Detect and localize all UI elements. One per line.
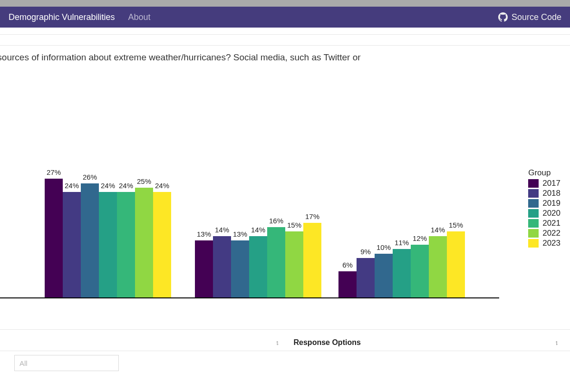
bar-value-label: 26% — [83, 173, 97, 181]
filter-input-col1[interactable] — [14, 355, 119, 371]
x-axis-line — [0, 297, 499, 298]
bar[interactable] — [135, 188, 153, 297]
x-tick-label: 5 — [399, 301, 404, 302]
bar-value-label: 16% — [269, 217, 283, 225]
chart-plot-area[interactable]: Response [1 = Not much; 2 = Little; 3 = … — [0, 122, 499, 297]
legend-item[interactable]: 2022 — [528, 229, 560, 238]
legend-swatch — [528, 209, 539, 218]
chart-title: wing sources of information about extrem… — [0, 46, 570, 63]
bar-value-label: 12% — [413, 234, 427, 242]
bar[interactable] — [195, 240, 213, 297]
legend-swatch — [528, 199, 539, 208]
legend-label: 2019 — [542, 199, 560, 208]
bar[interactable] — [411, 245, 429, 297]
bar[interactable] — [393, 249, 411, 297]
table-filter-row — [0, 351, 570, 371]
legend-label: 2021 — [542, 219, 560, 228]
bar-value-label: 15% — [287, 221, 301, 229]
divider — [0, 34, 570, 35]
bar[interactable] — [303, 223, 321, 297]
legend-title: Group — [528, 168, 560, 178]
bar[interactable] — [213, 236, 231, 298]
legend-item[interactable]: 2018 — [528, 189, 560, 198]
legend-item[interactable]: 2023 — [528, 239, 560, 248]
bar-value-label: 15% — [449, 221, 463, 229]
legend-swatch — [528, 179, 539, 188]
bar[interactable] — [63, 192, 81, 297]
bar[interactable] — [231, 240, 249, 297]
bar-value-label: 6% — [342, 261, 353, 269]
bar[interactable] — [429, 236, 447, 298]
table-header-col2: Response Options ↑↓ — [285, 338, 565, 347]
legend-label: 2017 — [542, 179, 560, 188]
table-header-col1: ↑↓ — [6, 338, 285, 347]
legend-swatch — [528, 229, 539, 238]
x-tick-label: 3 — [106, 301, 110, 302]
legend-item[interactable]: 2020 — [528, 209, 560, 218]
bar-value-label: 14% — [251, 226, 265, 234]
legend-item[interactable]: 2017 — [528, 179, 560, 188]
bar-value-label: 17% — [305, 212, 319, 220]
sort-icon[interactable]: ↑↓ — [555, 339, 556, 346]
legend-label: 2023 — [542, 239, 560, 248]
bar[interactable] — [153, 192, 171, 297]
bar-value-label: 25% — [137, 177, 151, 185]
bar[interactable] — [285, 231, 303, 297]
bar[interactable] — [338, 271, 357, 298]
bar-value-label: 27% — [47, 168, 61, 176]
bar-value-label: 11% — [395, 239, 409, 247]
bar[interactable] — [447, 231, 465, 297]
legend-label: 2022 — [542, 229, 560, 238]
github-icon — [498, 12, 508, 22]
nav-brand-link[interactable]: Demographic Vulnerabilities — [9, 12, 115, 22]
sort-icon[interactable]: ↑↓ — [276, 339, 277, 346]
bar-value-label: 10% — [377, 243, 391, 251]
bar[interactable] — [99, 192, 117, 297]
table-header-row: ↑↓ Response Options ↑↓ — [0, 335, 570, 351]
window-top-strip — [0, 0, 570, 7]
bar-value-label: 13% — [233, 230, 247, 238]
legend-item[interactable]: 2019 — [528, 199, 560, 208]
legend-item[interactable]: 2021 — [528, 219, 560, 228]
legend-swatch — [528, 219, 539, 228]
legend-label: 2018 — [542, 189, 560, 198]
x-tick-label: 4 — [256, 301, 260, 302]
legend-label: 2020 — [542, 209, 560, 218]
bar[interactable] — [357, 258, 375, 297]
bar[interactable] — [375, 254, 393, 298]
nav-source-link[interactable]: Source Code — [498, 12, 561, 22]
bar-value-label: 13% — [197, 230, 211, 238]
bar[interactable] — [81, 183, 99, 298]
navbar: Demographic Vulnerabilities About Source… — [0, 7, 570, 28]
bar-value-label: 14% — [215, 226, 229, 234]
bar-value-label: 24% — [155, 182, 169, 190]
bar[interactable] — [267, 227, 285, 297]
bar[interactable] — [45, 179, 63, 297]
bar-value-label: 14% — [431, 226, 445, 234]
legend-swatch — [528, 189, 539, 198]
legend-swatch — [528, 239, 539, 248]
bar-value-label: 24% — [101, 182, 115, 190]
bar[interactable] — [249, 236, 267, 298]
nav-about-link[interactable]: About — [128, 12, 150, 22]
bar-value-label: 24% — [65, 182, 79, 190]
bar-value-label: 24% — [119, 182, 133, 190]
nav-source-label: Source Code — [512, 12, 561, 22]
chart-panel: wing sources of information about extrem… — [0, 45, 570, 302]
table-section: ↑↓ Response Options ↑↓ — [0, 329, 570, 371]
bar[interactable] — [117, 192, 135, 297]
chart-legend: Group 2017201820192020202120222023 — [528, 168, 560, 249]
bar-value-label: 9% — [360, 248, 371, 256]
